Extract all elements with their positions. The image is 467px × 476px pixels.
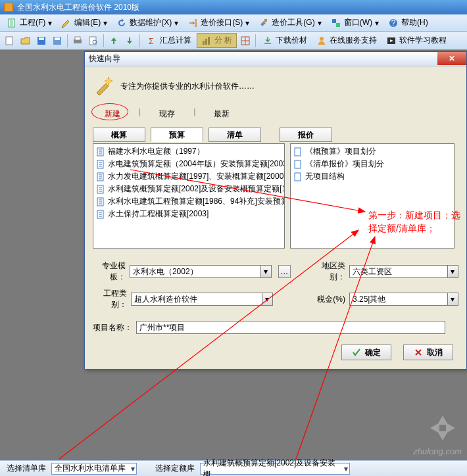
svg-rect-17 — [205, 39, 207, 45]
document-icon — [7, 18, 17, 28]
select-quota-label: 选择定额库 — [153, 463, 197, 474]
document-icon — [96, 197, 105, 206]
chevron-down-icon[interactable]: ▾ — [448, 293, 458, 306]
browse-button[interactable]: … — [278, 265, 291, 278]
subtab-estimate[interactable]: 概算 — [93, 128, 145, 142]
menu-edit[interactable]: 编辑(E)▾ — [57, 16, 111, 30]
main-tabs: 新建 | 现存 | 最新 — [95, 107, 458, 121]
svg-rect-8 — [39, 37, 44, 40]
subtab-budget[interactable]: 预算 — [151, 128, 203, 142]
dialog-close-button[interactable]: ✕ — [437, 52, 466, 65]
list-item[interactable]: 水土保持工程概算定额[2003] — [95, 208, 283, 220]
menu-help[interactable]: ? 帮助(H) — [384, 16, 432, 30]
svg-rect-10 — [55, 37, 60, 40]
new-icon — [5, 36, 15, 46]
hammer-icon — [258, 18, 269, 28]
chevron-down-icon[interactable]: ▾ — [262, 293, 273, 306]
list-item[interactable]: 水力发电建筑概算定额[1997]、安装概算定额[2000] — [95, 170, 283, 183]
preview-icon — [88, 36, 99, 46]
list-item[interactable]: 水利建筑概预算定额[2002]及设备安装概预算定额[1999 — [95, 183, 283, 195]
svg-rect-1 — [264, 19, 267, 22]
document-icon — [96, 210, 105, 219]
list-item[interactable]: 《清单报价》项目划分 — [292, 158, 453, 170]
tool-download[interactable]: 下载价材 — [258, 34, 311, 47]
type-combo[interactable] — [131, 293, 262, 306]
quota-lib-combo[interactable]: 水利建筑概预算定额[2002]及设备安装概 — [200, 463, 350, 475]
menu-bar: 工程(F)▾ 编辑(E)▾ 数据维护(X)▾ 造价接口(S)▾ 造价工具(G)▾… — [0, 14, 467, 32]
tool-up[interactable] — [107, 34, 121, 48]
menu-tools[interactable]: 造价工具(G)▾ — [255, 16, 325, 30]
refresh-icon — [116, 18, 127, 28]
cancel-button[interactable]: 取消 — [403, 345, 453, 360]
document-icon — [293, 147, 303, 156]
list-item[interactable]: 水电建筑预算定额（2004年版）安装预算定额[2003] — [95, 158, 283, 170]
dialog-title-bar[interactable]: 快速向导 ✕ — [85, 52, 466, 66]
tool-down[interactable] — [122, 34, 137, 48]
chevron-down-icon[interactable]: ▾ — [448, 265, 458, 278]
save-icon — [36, 36, 47, 46]
document-icon — [96, 172, 105, 181]
sub-tabs: 概算 预算 清单 报价 — [93, 128, 458, 142]
arrow-up-icon — [109, 36, 119, 46]
subtab-quote[interactable]: 报价 — [280, 128, 332, 142]
title-bar: 全国水利水电工程造价软件 2010版 — [0, 0, 467, 14]
tool-study[interactable]: 软件学习教程 — [382, 34, 451, 47]
dialog-title: 快速向导 — [89, 53, 120, 64]
separator — [139, 34, 140, 47]
tool-print[interactable] — [70, 34, 85, 48]
tool-calc-total[interactable]: Σ 汇总计算 — [143, 34, 195, 47]
menu-data[interactable]: 数据维护(X)▾ — [112, 16, 182, 30]
annotation-text: 第一步：新建项目；选择定额/清单库； — [368, 209, 467, 235]
document-icon — [293, 160, 303, 169]
tab-recent[interactable]: 最新 — [205, 107, 239, 121]
menu-project[interactable]: 工程(F)▾ — [3, 16, 56, 30]
menu-interface[interactable]: 造价接口(S)▾ — [184, 16, 253, 30]
svg-rect-13 — [89, 37, 96, 45]
list-item[interactable]: 福建水利水电定额（1997） — [95, 145, 283, 158]
print-icon — [72, 36, 83, 46]
list-item[interactable]: 《概预算》项目划分 — [292, 145, 453, 158]
project-name-input[interactable] — [136, 321, 445, 334]
document-icon — [96, 147, 105, 156]
export-icon — [187, 18, 198, 28]
list-lib-combo[interactable]: 全国水利水电清单库 — [51, 463, 137, 475]
arrow-down-icon — [124, 36, 135, 46]
tab-existing[interactable]: 现存 — [150, 107, 184, 121]
quota-list[interactable]: 福建水利水电定额（1997） 水电建筑预算定额（2004年版）安装预算定额[20… — [93, 143, 285, 249]
tab-new[interactable]: 新建 — [95, 107, 130, 121]
svg-rect-6 — [6, 37, 12, 45]
svg-point-22 — [106, 78, 111, 83]
separator — [103, 34, 104, 47]
svg-point-20 — [320, 37, 324, 41]
list-item[interactable]: 水利水电建筑工程预算定额[1986、94补充]安装预算定 — [95, 195, 283, 208]
svg-rect-18 — [208, 37, 210, 45]
document-icon — [96, 185, 105, 194]
tool-analyze[interactable]: 分 析 — [197, 33, 237, 48]
region-combo[interactable] — [349, 265, 448, 278]
tool-misc[interactable] — [238, 34, 253, 48]
ok-button[interactable]: 确定 — [341, 345, 391, 360]
chevron-down-icon[interactable]: ▾ — [261, 265, 272, 278]
tax-combo[interactable] — [349, 293, 448, 306]
tool-online[interactable]: 在线服务支持 — [312, 34, 381, 47]
tool-new[interactable] — [3, 34, 17, 48]
region-label: 地区类别： — [312, 260, 345, 283]
tool-save[interactable] — [34, 34, 49, 48]
person-icon — [316, 36, 327, 46]
saveas-icon — [52, 36, 62, 46]
template-combo[interactable] — [130, 265, 261, 278]
svg-rect-29 — [295, 148, 301, 156]
subtab-list[interactable]: 清单 — [209, 128, 261, 142]
menu-window[interactable]: 窗口(W)▾ — [327, 16, 383, 30]
type-label: 工程类别： — [93, 288, 127, 310]
sigma-icon: Σ — [147, 36, 157, 46]
tool-open[interactable] — [18, 34, 33, 48]
list-item[interactable]: 无项目结构 — [292, 170, 453, 183]
pencil-icon — [61, 18, 72, 28]
template-label: 专业模板： — [93, 260, 126, 283]
svg-text:?: ? — [391, 18, 396, 28]
tool-saveas[interactable] — [50, 34, 64, 48]
name-label: 项目名称： — [93, 322, 132, 333]
tool-preview[interactable] — [86, 34, 101, 48]
watermark-logo-icon — [428, 413, 458, 443]
